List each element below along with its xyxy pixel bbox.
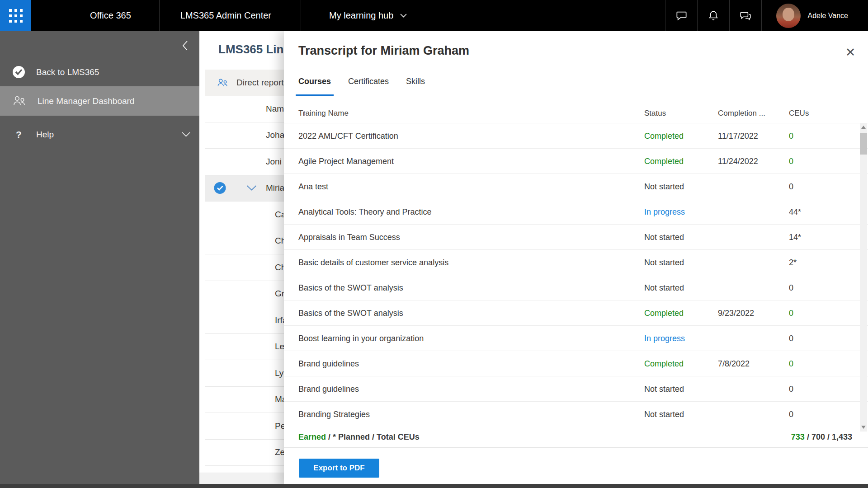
sidebar-item-label: Help	[36, 130, 54, 140]
chevron-down-icon	[400, 14, 407, 18]
sidebar-item-help[interactable]: ? Help	[0, 120, 199, 149]
sidebar-item-label: Back to LMS365	[36, 67, 99, 77]
tab-certificates[interactable]: Certificates	[348, 77, 389, 93]
course-name: Analytical Tools: Theory and Practice	[298, 207, 432, 216]
course-status: Completed	[644, 131, 684, 141]
people-group-icon	[217, 78, 229, 88]
sidebar-collapse-button[interactable]	[179, 39, 191, 52]
panel-title: Transcript for Miriam Graham	[298, 44, 469, 58]
course-row: Appraisals in Team SuccessNot started14*	[284, 225, 868, 250]
course-name: Basics of the SWOT analysis	[298, 308, 403, 318]
learning-hub-label: My learning hub	[329, 10, 393, 21]
course-row: Basics of the SWOT analysisCompleted9/23…	[284, 300, 868, 326]
sort-ascending-icon: ↑	[302, 109, 307, 118]
course-ceus: 0	[789, 308, 793, 318]
course-row: Ana testNot started0	[284, 174, 868, 199]
course-status: Completed	[644, 156, 684, 166]
transcript-panel: Transcript for Miriam Graham ✕ Courses C…	[284, 31, 868, 488]
course-name: Appraisals in Team Success	[298, 232, 400, 242]
window-bottom-edge	[0, 484, 868, 488]
course-ceus: 14*	[789, 232, 801, 242]
notifications-button[interactable]	[697, 0, 729, 31]
completion-date: 9/23/2022	[718, 308, 754, 318]
ceu-summary-row: Earned / * Planned / Total CEUs 733 / 70…	[284, 427, 868, 448]
course-status: Not started	[644, 258, 684, 267]
learning-hub-menu[interactable]: My learning hub	[301, 0, 425, 31]
user-menu[interactable]: Adele Vance	[761, 0, 868, 31]
course-name: Basic details of customer service analys…	[298, 258, 448, 267]
report-row-label: Ze	[275, 447, 285, 457]
course-row: Brand guidelinesNot started0	[284, 376, 868, 402]
course-status: Not started	[644, 384, 684, 394]
avatar	[776, 4, 801, 28]
chat-icon	[675, 9, 688, 22]
course-name: Agile Project Management	[298, 156, 394, 166]
course-status: In progress	[644, 207, 685, 216]
tab-bar: Courses Certificates Skills	[298, 77, 425, 93]
course-status: Completed	[644, 308, 684, 318]
course-row: Agile Project ManagementCompleted11/24/2…	[284, 149, 868, 174]
course-row: Analytical Tools: Theory and PracticeIn …	[284, 199, 868, 225]
courses-table: 2022 AML/CFT CertificationCompleted11/17…	[284, 123, 868, 427]
feedback-icon	[739, 9, 752, 22]
close-icon: ✕	[845, 45, 856, 60]
course-ceus: 0	[789, 283, 793, 292]
course-ceus: 0	[789, 333, 793, 343]
course-ceus: 0	[789, 359, 793, 368]
selected-check-icon[interactable]	[214, 182, 226, 194]
course-name: Basics of the SWOT analysis	[298, 283, 403, 292]
course-name: Branding Strategies	[298, 409, 370, 419]
export-to-pdf-button[interactable]: Export to PDF	[299, 459, 379, 478]
close-button[interactable]: ✕	[843, 45, 858, 60]
course-name: Boost learning in your organization	[298, 333, 424, 343]
table-header: Training Name↑ Status Completion ... CEU…	[284, 103, 868, 123]
scrollbar-thumb[interactable]	[860, 133, 867, 155]
user-name: Adele Vance	[807, 12, 848, 20]
course-status: Not started	[644, 283, 684, 292]
expand-chevron-icon[interactable]	[246, 185, 257, 191]
column-completion[interactable]: Completion ...	[718, 109, 765, 118]
app-launcher-button[interactable]	[0, 0, 31, 31]
course-row: Branding StrategiesNot started0	[284, 402, 868, 427]
completion-date: 7/8/2022	[718, 359, 750, 368]
course-status: Not started	[644, 182, 684, 191]
lms365-logo-icon	[13, 66, 25, 78]
sidebar-item-line-manager-dashboard[interactable]: Line Manager Dashboard	[0, 86, 199, 116]
course-name: Brand guidelines	[298, 384, 359, 394]
admin-center-link[interactable]: LMS365 Admin Center	[159, 0, 301, 31]
report-row-label: Gr	[275, 289, 284, 299]
page-title: LMS365 Line	[218, 42, 290, 56]
tab-courses[interactable]: Courses	[298, 77, 331, 93]
scroll-up-arrow[interactable]	[860, 124, 867, 131]
course-row: Basics of the SWOT analysisNot started0	[284, 275, 868, 300]
course-ceus: 0	[789, 156, 793, 166]
tab-skills[interactable]: Skills	[406, 77, 425, 93]
chat-button[interactable]	[665, 0, 697, 31]
vertical-scrollbar[interactable]	[860, 123, 867, 432]
course-name: Brand guidelines	[298, 359, 359, 368]
course-status: Not started	[644, 409, 684, 419]
column-status[interactable]: Status	[644, 109, 666, 118]
completion-date: 11/24/2022	[718, 156, 758, 166]
ceu-summary-label: Earned / * Planned / Total CEUs	[298, 432, 420, 442]
people-group-icon	[13, 95, 26, 107]
feedback-button[interactable]	[729, 0, 761, 31]
ceu-summary-values: 733 / 700 / 1,433	[791, 432, 852, 442]
screen: Office 365 LMS365 Admin Center My learni…	[0, 0, 868, 488]
course-name: Ana test	[298, 182, 328, 191]
chevron-left-icon	[182, 40, 188, 51]
sidebar-item-back-to-lms365[interactable]: Back to LMS365	[0, 57, 199, 87]
course-row: Basic details of customer service analys…	[284, 250, 868, 275]
course-name: 2022 AML/CFT Certification	[298, 131, 398, 141]
office-365-link[interactable]: Office 365	[31, 0, 159, 31]
bell-icon	[708, 10, 719, 22]
course-status: Not started	[644, 232, 684, 242]
scroll-down-arrow[interactable]	[860, 424, 867, 431]
report-row-label: Miria	[266, 183, 284, 193]
course-ceus: 0	[789, 384, 793, 394]
completion-date: 11/17/2022	[718, 131, 758, 141]
course-row: 2022 AML/CFT CertificationCompleted11/17…	[284, 123, 868, 149]
column-ceus[interactable]: CEUs	[789, 109, 809, 118]
course-status: Completed	[644, 359, 684, 368]
course-row: Boost learning in your organizationIn pr…	[284, 326, 868, 351]
